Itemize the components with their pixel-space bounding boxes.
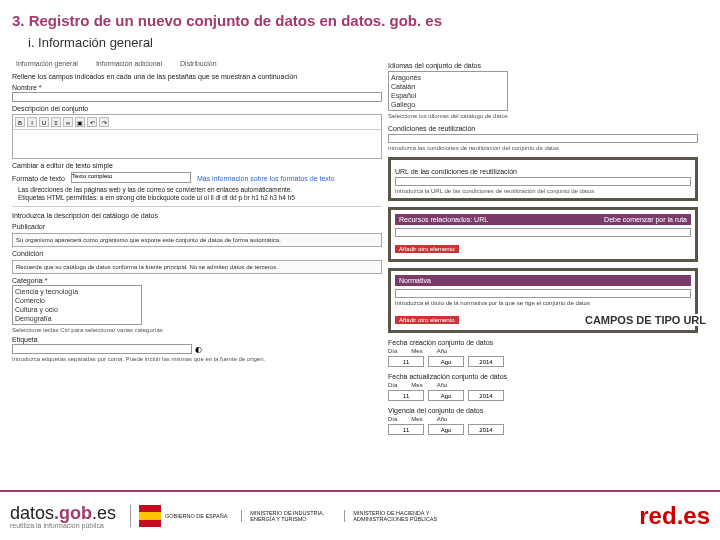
sel-ano-crea[interactable]: 2014 <box>468 356 504 367</box>
label-switch-editor[interactable]: Cambiar a editor de texto simple <box>12 162 382 169</box>
label-introdesc: Introduzca la descripción del catálogo d… <box>12 212 382 219</box>
sel-mes-act[interactable]: Ago <box>428 390 464 401</box>
spain-flag-icon <box>139 505 161 527</box>
logo-red-word: red <box>639 502 676 529</box>
bar-recursos-label: Recursos relacionados: URL <box>399 216 488 223</box>
input-recursos[interactable] <box>395 228 691 237</box>
note-url-cond: Introduzca la URL de las condiciones de … <box>395 188 691 194</box>
tab-distribucion[interactable]: Distribución <box>176 58 221 69</box>
note-cond-reut: Introduzca las condiciones de reutilizac… <box>388 145 698 151</box>
label-nombre: Nombre * <box>12 84 382 91</box>
input-normativa[interactable] <box>395 289 691 298</box>
input-nombre[interactable] <box>12 92 382 102</box>
rte-redo-icon[interactable]: ↷ <box>99 117 109 127</box>
label-categoria: Categoría * <box>12 277 382 284</box>
btn-anadir-normativa[interactable]: Añadir otro elemento <box>395 316 459 324</box>
cat-opt-1[interactable]: Ciencia y tecnología <box>15 287 139 296</box>
bullet-1: Las direcciones de las páginas web y las… <box>18 186 382 193</box>
sel-mes-crea[interactable]: Ago <box>428 356 464 367</box>
label-cond-reut: Condiciones de reutilización <box>388 125 698 132</box>
rte-toolbar: B I U ≡ ∞ ▣ ↶ ↷ <box>13 115 381 130</box>
sel-ano-act[interactable]: 2014 <box>468 390 504 401</box>
rte-body[interactable] <box>13 130 381 158</box>
box-url-cond: URL de las condiciones de reutilización … <box>388 157 698 201</box>
rte-bold-icon[interactable]: B <box>15 117 25 127</box>
bullet-2: Etiquetas HTML permitidas: a em strong c… <box>18 194 382 201</box>
note-condicion: Recuerde que su catálogo de datos confor… <box>12 260 382 274</box>
etiqueta-loader-icon: ◐ <box>195 345 202 354</box>
cat-opt-4[interactable]: Demografía <box>15 314 139 323</box>
listbox-idiomas[interactable]: Aragonés Catalán Español Gallego <box>388 71 508 111</box>
input-url-cond[interactable] <box>395 177 691 186</box>
label-idiomas: Idiomas del conjunto de datos <box>388 62 698 69</box>
sel-ano-vig[interactable]: 2014 <box>468 424 504 435</box>
rte-italic-icon[interactable]: I <box>27 117 37 127</box>
logo-datos-gob-es: datos.gob.es reutiliza la información pú… <box>10 503 116 529</box>
tab-adicional[interactable]: Información adicional <box>92 58 166 69</box>
hd-ano2: Año <box>437 382 448 388</box>
logo-tagline: reutiliza la información pública <box>10 522 116 529</box>
label-fecha-crea: Fecha creación conjunto de datos <box>388 339 698 346</box>
label-vigencia: Vigencia del conjunto de datos <box>388 407 698 414</box>
bar-normativa: Normativa <box>395 275 691 286</box>
box-recursos: Recursos relacionados: URL Debe comenzar… <box>388 207 698 262</box>
rte-image-icon[interactable]: ▣ <box>75 117 85 127</box>
select-formato[interactable]: Texto completo <box>71 172 191 183</box>
logo-red-es-word: .es <box>677 502 710 529</box>
label-formato: Formato de texto <box>12 175 65 182</box>
note-categoria: Seleccione teclas Ctrl para seleccionar … <box>12 327 382 333</box>
bar-recursos: Recursos relacionados: URL Debe comenzar… <box>395 214 691 225</box>
lang-opt-2[interactable]: Catalán <box>391 82 505 91</box>
min1-text: MINISTERIO DE INDUSTRIA, ENERGÍA Y TURIS… <box>250 510 330 522</box>
sel-dia-crea[interactable]: 11 <box>388 356 424 367</box>
label-fecha-act: Fecha actualización conjunto de datos <box>388 373 698 380</box>
rich-text-editor[interactable]: B I U ≡ ∞ ▣ ↶ ↷ <box>12 114 382 159</box>
callout-url-fields: CAMPOS DE TIPO URL <box>585 314 706 326</box>
cat-opt-2[interactable]: Comercio <box>15 296 139 305</box>
lang-opt-4[interactable]: Gallego <box>391 100 505 109</box>
footer-bar: datos.gob.es reutiliza la información pú… <box>0 490 720 540</box>
bar-recursos-tip: Debe comenzar por la ruta <box>604 216 687 223</box>
logo-min-hacienda: MINISTERIO DE HACIENDA Y ADMINISTRACIONE… <box>344 510 453 522</box>
label-publicador: Publicador <box>12 223 382 230</box>
format-help: Las direcciones de las páginas web y las… <box>12 186 382 201</box>
input-cond-reut[interactable] <box>388 134 698 143</box>
lang-opt-1[interactable]: Aragonés <box>391 73 505 82</box>
label-condicion: Condición <box>12 250 382 257</box>
cat-opt-3[interactable]: Cultura y ocio <box>15 305 139 314</box>
logo-min-industria: MINISTERIO DE INDUSTRIA, ENERGÍA Y TURIS… <box>241 510 330 522</box>
logo-datos-word: datos <box>10 503 54 523</box>
rte-undo-icon[interactable]: ↶ <box>87 117 97 127</box>
intro-text: Rellene los campos indicados en cada una… <box>12 73 382 80</box>
tabs: Información general Información adiciona… <box>12 58 382 69</box>
note-etiqueta: Introduzca etiquetas separadas por coma.… <box>12 356 382 362</box>
sel-dia-act[interactable]: 11 <box>388 390 424 401</box>
input-etiqueta[interactable] <box>12 344 192 354</box>
note-normativa: Introduzca el título de la normativa por… <box>395 300 691 306</box>
hd-dia3: Día <box>388 416 397 422</box>
logo-es-word: .es <box>92 503 116 523</box>
form-left-column: Información general Información adiciona… <box>12 58 382 435</box>
lang-opt-3[interactable]: Español <box>391 91 505 100</box>
logo-red-es: red.es <box>639 502 710 530</box>
rte-link-icon[interactable]: ∞ <box>63 117 73 127</box>
label-url-cond: URL de las condiciones de reutilización <box>395 168 691 175</box>
listbox-categoria[interactable]: Ciencia y tecnología Comercio Cultura y … <box>12 285 142 325</box>
hd-mes3: Mes <box>411 416 422 422</box>
sel-mes-vig[interactable]: Ago <box>428 424 464 435</box>
label-descripcion: Descripción del conjunto <box>12 105 382 112</box>
label-etiqueta: Etiqueta <box>12 336 382 343</box>
tab-general[interactable]: Información general <box>12 58 82 69</box>
rte-underline-icon[interactable]: U <box>39 117 49 127</box>
rte-list-icon[interactable]: ≡ <box>51 117 61 127</box>
sel-dia-vig[interactable]: 11 <box>388 424 424 435</box>
logo-gobierno: GOBIERNO DE ESPAÑA <box>130 505 227 527</box>
hd-ano3: Año <box>437 416 448 422</box>
hd-mes: Mes <box>411 348 422 354</box>
slide-title: 3. Registro de un nuevo conjunto de dato… <box>0 0 720 33</box>
note-idiomas: Seleccione los idiomas del catálogo de d… <box>388 113 698 119</box>
btn-anadir-recurso[interactable]: Añadir otro elemento <box>395 245 459 253</box>
link-more-formats[interactable]: Más información sobre los formatos de te… <box>197 175 335 182</box>
form-right-column: Idiomas del conjunto de datos Aragonés C… <box>388 58 698 435</box>
hd-mes2: Mes <box>411 382 422 388</box>
